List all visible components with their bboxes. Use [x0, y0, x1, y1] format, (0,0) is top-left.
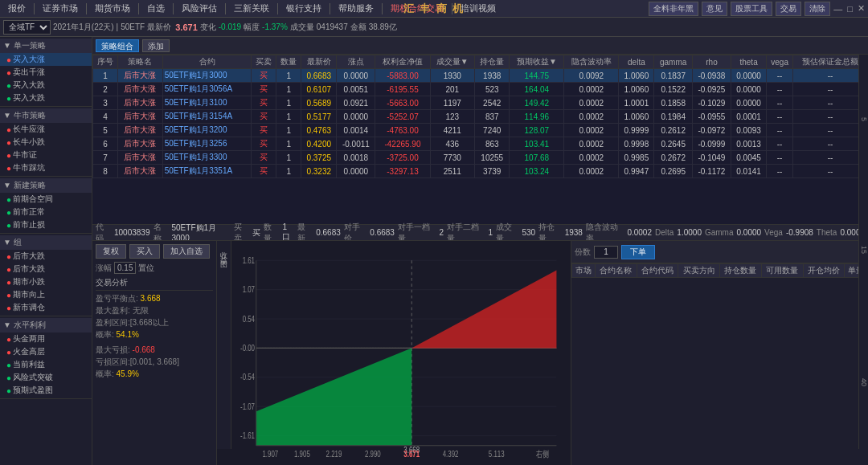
- sidebar-section-single-title[interactable]: ▼ 单一策略: [0, 39, 92, 53]
- price-input-label: 涨幅: [96, 263, 112, 274]
- top-btn-yijian[interactable]: 意见: [702, 2, 727, 16]
- detail-gamma-value: 0.0000: [737, 228, 762, 237]
- menu-item-zqsc[interactable]: 证券市场: [38, 2, 83, 15]
- table-row[interactable]: 2 后市大涨 50ETF购1月3056A 买 1 0.6107 0.0051 -…: [93, 83, 868, 96]
- sidebar-section-water-title[interactable]: ▼ 水平利利: [0, 318, 92, 332]
- analysis-maxloss: 最大亏损: -0.668: [96, 345, 213, 356]
- sidebar-item-dqly[interactable]: ●当前利益: [0, 358, 92, 371]
- sidebar-item-qszc[interactable]: ●前市正常: [0, 206, 92, 218]
- table-row[interactable]: 3 后市大涨 50ETF购1月3100 买 1 0.5689 0.0921 -5…: [93, 96, 868, 110]
- cell-iv: 0.0002: [564, 110, 619, 124]
- cell-vol: 1930: [430, 69, 475, 83]
- menu-separator: [34, 3, 35, 14]
- sidebar-item-mcdz[interactable]: ●卖出千涨: [0, 66, 92, 79]
- cell-name: 后市大涨: [117, 165, 162, 178]
- table-row[interactable]: 8 后市大涨 50ETF购1月3351A 买 1 0.3232 0.0000 -…: [93, 165, 868, 178]
- sidebar-item-nsck[interactable]: ●牛市踩坑: [0, 161, 92, 174]
- menu-item-zixuan[interactable]: 自选: [142, 2, 170, 15]
- menu-item-yhzc[interactable]: 银行支持: [281, 2, 326, 15]
- sidebar-item-mrdk[interactable]: ●买入大跌: [0, 79, 92, 92]
- menu-item-fxpg[interactable]: 风险评估: [177, 2, 222, 15]
- th-expected: 预期收益▼: [510, 55, 564, 69]
- top-btn-qlnj[interactable]: 全料非年黑: [649, 2, 698, 16]
- top-right-controls: 全料非年黑 意见 股票工具 交易 清除 — □ ✕: [649, 2, 865, 16]
- menu-item-bzzs[interactable]: 帮助服务: [334, 2, 379, 15]
- strategy-tab-combo[interactable]: 策略组合: [96, 39, 139, 52]
- chart-tab-yield[interactable]: 收: [217, 244, 231, 247]
- chart-tab-risk[interactable]: 益: [217, 249, 231, 252]
- qty-input[interactable]: [594, 246, 618, 259]
- svg-text:1.907: 1.907: [262, 449, 278, 459]
- sidebar-item-hsdk1[interactable]: ●后市大跌: [0, 250, 92, 263]
- sidebar-item-hsdk2[interactable]: ●后市大跌: [0, 263, 92, 275]
- sidebar-item-mrdk2[interactable]: ●买入大跌: [0, 92, 92, 104]
- sidebar-item-yqsyt[interactable]: ●预期式盈图: [0, 384, 92, 397]
- sidebar-item-tjly[interactable]: ●头金两用: [0, 332, 92, 345]
- svg-text:1.07: 1.07: [243, 284, 255, 295]
- sidebar-item-fxstpo[interactable]: ●风险式突破: [0, 371, 92, 384]
- menu-item-qhsc[interactable]: 期货市场: [90, 2, 135, 15]
- table-scroll-wrap[interactable]: 序号 策略名 合约 买卖 数量 最新价 涨点 权利金净值 成交量▼ 持仓量 预期…: [92, 55, 868, 224]
- sidebar-section-new-title[interactable]: ▼ 新建策略: [0, 178, 92, 193]
- table-row[interactable]: 6 后市大涨 50ETF购1月3256 买 1 0.4200 -0.0011 -…: [93, 137, 868, 151]
- detail-vol-value: 530: [522, 228, 535, 237]
- cell-iv: 0.0002: [564, 165, 619, 178]
- fuquan-btn[interactable]: 复权: [96, 244, 126, 259]
- cell-margin: --: [793, 69, 868, 83]
- sidebar-item-qszs[interactable]: ●前市止损: [0, 218, 92, 231]
- sidebar-item-hjgc[interactable]: ●火金高层: [0, 345, 92, 358]
- cell-vol: 2511: [430, 165, 475, 178]
- sidebar-section-zu-title[interactable]: ▼ 组: [0, 235, 92, 250]
- cell-id: 8: [93, 165, 118, 178]
- cell-pnl: -3297.13: [375, 165, 430, 178]
- sidebar-section-bull: ▼ 牛市策略 ●长牛应涨 ●长牛小跌 ●牛市证 ●牛市踩坑: [0, 107, 92, 177]
- cell-gamma: 0.2612: [654, 124, 692, 137]
- sidebar-item-cnxd[interactable]: ●长牛小跌: [0, 136, 92, 149]
- cell-vega: --: [767, 165, 793, 178]
- sidebar-item-xstc[interactable]: ●新市调仓: [0, 301, 92, 314]
- sidebar-item-nsc[interactable]: ●牛市证: [0, 149, 92, 161]
- sidebar-section-water: ▼ 水平利利 ●头金两用 ●火金高层 ●当前利益 ●风险式突破 ●预期式盈图: [0, 316, 92, 399]
- table-row[interactable]: 7 后市大涨 50ETF购1月3300 买 1 0.3725 0.0018 -3…: [93, 151, 868, 165]
- cell-price: 0.5177: [301, 110, 337, 124]
- chart-tab-curve[interactable]: 图: [217, 254, 231, 257]
- table-row[interactable]: 4 后市大涨 50ETF购1月3154A 买 1 0.5177 0.0000 -…: [93, 110, 868, 124]
- close-btn[interactable]: ✕: [858, 3, 865, 14]
- sidebar-item-mrdz[interactable]: ●买入大涨: [0, 53, 92, 66]
- right-table: 市场 合约名称 合约代码 买卖方向 持仓数量 可用数量 开仓均价 单量: [571, 263, 868, 278]
- top-btn-gjgj[interactable]: 股票工具: [731, 2, 772, 16]
- strategy-tab-add[interactable]: 添加: [142, 39, 170, 52]
- stock-label: 50ETF: [121, 22, 145, 31]
- cell-gamma: 0.2695: [654, 165, 692, 178]
- menu-item-baojia[interactable]: 报价: [3, 2, 31, 15]
- minimize-btn[interactable]: —: [833, 4, 842, 14]
- jiaruzixuan-btn[interactable]: 加入自选: [163, 244, 210, 259]
- cell-vol: 1197: [430, 96, 475, 110]
- sidebar-item-qsxd[interactable]: ●期市小跌: [0, 275, 92, 288]
- top-btn-jiaoyi[interactable]: 交易: [776, 2, 801, 16]
- table-row[interactable]: 5 后市大涨 50ETF购1月3200 买 1 0.4763 0.0014 -4…: [93, 124, 868, 137]
- mairu-btn[interactable]: 买入: [129, 244, 160, 259]
- menu-separator5: [225, 3, 226, 14]
- price-input-val[interactable]: 0.15: [114, 262, 136, 274]
- detail-bid-label: 对手价: [344, 222, 367, 241]
- menu-separator2: [86, 3, 87, 14]
- sidebar-item-qsxs[interactable]: ●期市向上: [0, 288, 92, 301]
- filter-select[interactable]: 全域TF: [3, 20, 51, 35]
- right-table-header: 市场 合约名称 合约代码 买卖方向 持仓数量 可用数量 开仓均价 单量: [572, 264, 868, 278]
- cell-theta: 0.0000: [731, 69, 767, 83]
- maximize-btn[interactable]: □: [847, 4, 853, 14]
- sidebar-section-bull-title[interactable]: ▼ 牛市策略: [0, 108, 92, 123]
- order-btn[interactable]: 下单: [621, 245, 655, 259]
- table-row[interactable]: 1 后市大涨 50ETF购1月3000 买 1 0.6683 0.0000 -5…: [93, 69, 868, 83]
- cell-name: 后市大涨: [117, 151, 162, 165]
- top-btn-qingchu[interactable]: 清除: [805, 2, 830, 16]
- cell-vol: 7730: [430, 151, 475, 165]
- sidebar-item-ccyz[interactable]: ●长牛应涨: [0, 123, 92, 136]
- cell-expected: 149.42: [510, 96, 564, 110]
- sidebar-item-qjhkj[interactable]: ●前期合空间: [0, 193, 92, 206]
- cell-side: 买: [252, 83, 276, 96]
- cell-price: 0.6683: [301, 69, 337, 83]
- menu-item-sxgl[interactable]: 三新关联: [229, 2, 274, 15]
- price-input-row: 涨幅 0.15 置位: [96, 262, 213, 274]
